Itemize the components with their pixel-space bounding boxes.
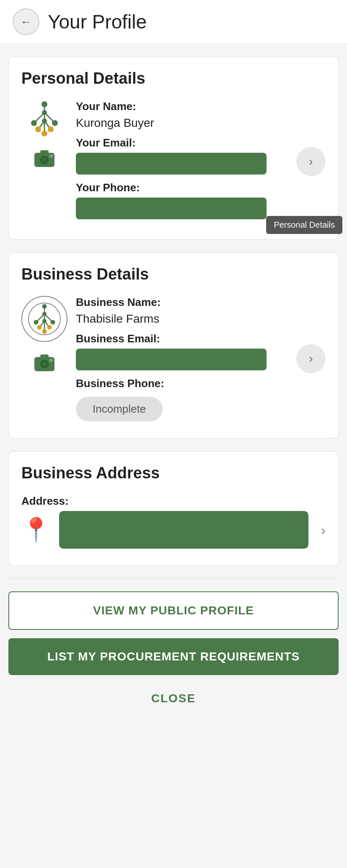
- personal-details-card: Personal Details: [8, 56, 339, 240]
- list-procurement-button[interactable]: LIST MY PROCUREMENT REQUIREMENTS: [8, 638, 339, 675]
- business-name-label: Business Name:: [76, 296, 288, 309]
- svg-point-17: [49, 154, 53, 158]
- business-phone-label: Business Phone:: [76, 377, 288, 390]
- header: ← Your Profile: [0, 0, 347, 44]
- svg-point-11: [42, 110, 47, 115]
- chevron-right-icon: ›: [309, 155, 313, 168]
- svg-point-34: [41, 361, 47, 367]
- personal-details-row: Your Name: Kuronga Buyer Your Email: You…: [21, 100, 326, 223]
- personal-avatar-col: [21, 100, 67, 169]
- svg-rect-16: [40, 150, 49, 154]
- business-avatar-col: [21, 296, 67, 374]
- personal-details-title: Personal Details: [21, 69, 326, 87]
- svg-point-25: [34, 320, 39, 325]
- business-address-card: Business Address Address: 📍 ›: [8, 451, 339, 566]
- business-email-label: Business Email:: [76, 332, 288, 345]
- address-field[interactable]: [59, 511, 308, 549]
- business-name-value: Thabisile Farms: [76, 312, 288, 326]
- svg-point-27: [37, 325, 42, 330]
- svg-point-12: [42, 118, 47, 123]
- svg-point-6: [31, 120, 37, 126]
- location-pin-icon: 📍: [21, 516, 51, 544]
- personal-camera-icon[interactable]: [33, 146, 56, 169]
- phone-label: Your Phone:: [76, 181, 288, 194]
- svg-point-10: [41, 131, 47, 136]
- address-chevron-icon[interactable]: ›: [321, 522, 326, 538]
- close-button[interactable]: CLOSE: [0, 683, 347, 714]
- svg-point-31: [42, 319, 47, 323]
- back-button[interactable]: ←: [13, 8, 39, 35]
- business-email-field[interactable]: [76, 349, 267, 370]
- business-details-chevron-button[interactable]: ›: [296, 344, 326, 373]
- page-title: Your Profile: [48, 10, 147, 33]
- business-details-title: Business Details: [21, 265, 326, 283]
- chevron-right-icon: ›: [309, 352, 313, 365]
- svg-point-24: [42, 304, 47, 309]
- business-avatar-svg: [28, 302, 61, 336]
- svg-point-30: [42, 312, 47, 316]
- phone-field[interactable]: [76, 198, 267, 219]
- name-value: Kuronga Buyer: [76, 116, 288, 130]
- svg-point-9: [48, 126, 54, 132]
- business-details-row: Business Name: Thabisile Farms Business …: [21, 296, 326, 421]
- business-address-title: Business Address: [21, 464, 326, 482]
- personal-avatar-icon: [26, 100, 63, 138]
- address-row: 📍 ›: [21, 511, 326, 549]
- svg-point-36: [49, 359, 53, 362]
- divider: [8, 578, 339, 579]
- svg-point-29: [42, 329, 47, 334]
- business-details-fields: Business Name: Thabisile Farms Business …: [76, 296, 288, 421]
- business-camera-icon[interactable]: [33, 350, 56, 374]
- svg-point-5: [41, 101, 47, 107]
- business-details-card: Business Details: [8, 252, 339, 439]
- personal-details-tooltip: Personal Details: [266, 216, 342, 234]
- business-avatar-icon: [21, 296, 67, 342]
- svg-point-28: [47, 325, 52, 330]
- email-field[interactable]: [76, 153, 267, 175]
- svg-point-26: [51, 320, 55, 325]
- svg-rect-35: [40, 354, 49, 359]
- view-public-profile-button[interactable]: VIEW MY PUBLIC PROFILE: [8, 591, 339, 630]
- svg-point-7: [52, 120, 58, 126]
- address-label: Address:: [21, 495, 326, 508]
- svg-point-15: [41, 157, 47, 163]
- personal-details-chevron-button[interactable]: ›: [296, 147, 326, 176]
- incomplete-badge: Incomplete: [76, 397, 163, 421]
- personal-details-fields: Your Name: Kuronga Buyer Your Email: You…: [76, 100, 288, 223]
- email-label: Your Email:: [76, 136, 288, 149]
- svg-point-8: [35, 126, 41, 132]
- name-label: Your Name:: [76, 100, 288, 113]
